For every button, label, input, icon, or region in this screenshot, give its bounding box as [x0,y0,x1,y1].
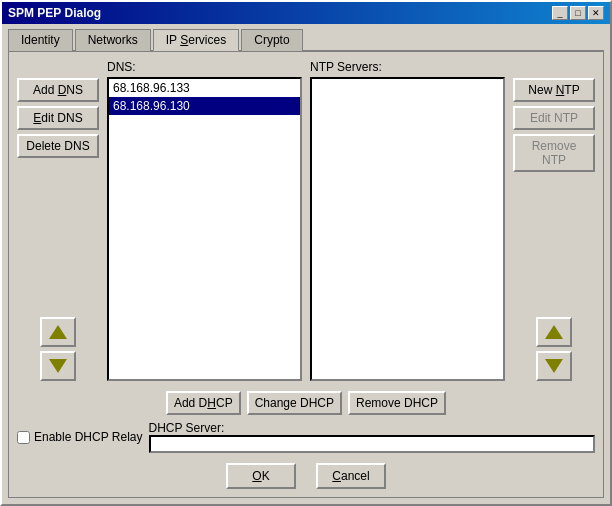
content-area: Add DNS Edit DNS Delete DNS [8,50,604,498]
edit-dns-button[interactable]: Edit DNS [17,106,99,130]
list-item[interactable]: 68.168.96.130 [109,97,300,115]
tab-identity-label: Identity [21,33,60,47]
dhcp-buttons-row: Add DHCP Change DHCP Remove DHCP [17,387,595,415]
tab-networks[interactable]: Networks [75,29,151,51]
ntp-list[interactable] [310,77,505,381]
window-title: SPM PEP Dialog [8,6,101,20]
enable-dhcp-relay-label: Enable DHCP Relay [17,430,143,444]
dns-arrows [17,317,99,381]
tabs-row: Identity Networks IP Services Crypto [2,24,610,50]
tab-identity[interactable]: Identity [8,29,73,51]
ntp-down-icon [545,359,563,373]
tab-crypto[interactable]: Crypto [241,29,302,51]
ntp-up-button[interactable] [536,317,572,347]
dhcp-server-input[interactable] [149,435,596,453]
enable-dhcp-relay-text: Enable DHCP Relay [34,430,143,444]
down-arrow-icon [49,359,67,373]
tab-ip-services-label: IP Services [166,33,227,47]
ntp-arrows [513,317,595,381]
cancel-button[interactable]: Cancel [316,463,386,489]
dns-list[interactable]: 68.168.96.133 68.168.96.130 [107,77,302,381]
close-button[interactable]: ✕ [588,6,604,20]
main-window: SPM PEP Dialog _ □ ✕ Identity Networks I… [0,0,612,506]
tab-ip-services[interactable]: IP Services [153,29,240,51]
ntp-label: NTP Servers: [310,60,505,74]
dhcp-server-row: Enable DHCP Relay DHCP Server: [17,421,595,453]
list-item[interactable]: 68.168.96.133 [109,79,300,97]
new-ntp-button[interactable]: New NTP [513,78,595,102]
tab-networks-label: Networks [88,33,138,47]
up-arrow-icon [49,325,67,339]
delete-dns-button[interactable]: Delete DNS [17,134,99,158]
remove-ntp-button[interactable]: Remove NTP [513,134,595,172]
dns-up-button[interactable] [40,317,76,347]
title-bar: SPM PEP Dialog _ □ ✕ [2,2,610,24]
add-dns-button[interactable]: Add DNS [17,78,99,102]
edit-ntp-button[interactable]: Edit NTP [513,106,595,130]
title-bar-controls: _ □ ✕ [552,6,604,20]
maximize-button[interactable]: □ [570,6,586,20]
ntp-up-icon [545,325,563,339]
change-dhcp-button[interactable]: Change DHCP [247,391,342,415]
minimize-button[interactable]: _ [552,6,568,20]
ok-button[interactable]: OK [226,463,296,489]
dns-down-button[interactable] [40,351,76,381]
remove-dhcp-button[interactable]: Remove DHCP [348,391,446,415]
ntp-down-button[interactable] [536,351,572,381]
enable-dhcp-relay-checkbox[interactable] [17,431,30,444]
tab-crypto-label: Crypto [254,33,289,47]
add-dhcp-button[interactable]: Add DHCP [166,391,241,415]
ok-cancel-row: OK Cancel [17,463,595,489]
dhcp-server-label: DHCP Server: [149,421,596,435]
dns-label: DNS: [107,60,302,74]
